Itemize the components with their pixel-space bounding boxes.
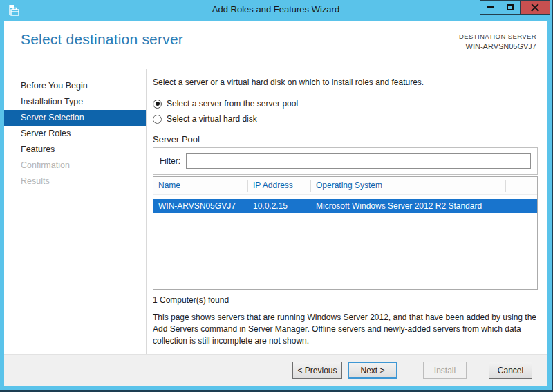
wizard-header: Select destination server DESTINATION SE…: [4, 21, 547, 69]
page-title: Select destination server: [21, 31, 183, 48]
description-text: This page shows servers that are running…: [153, 312, 538, 346]
server-pool-title: Server Pool: [153, 134, 538, 144]
ip-address-cell: 10.0.2.15: [248, 201, 311, 211]
wizard-client-area: Select destination server DESTINATION SE…: [4, 21, 547, 386]
sidebar-item-installation-type[interactable]: Installation Type: [4, 94, 146, 110]
column-header-name[interactable]: Name: [153, 180, 248, 192]
minimize-icon: [487, 6, 494, 8]
maximize-button[interactable]: [500, 0, 521, 15]
intro-text: Select a server or a virtual hard disk o…: [153, 77, 538, 87]
window-title: Add Roles and Features Wizard: [0, 4, 552, 15]
radio-selected-icon: [153, 100, 162, 109]
sidebar-item-confirmation: Confirmation: [4, 158, 146, 174]
sidebar-item-before-you-begin[interactable]: Before You Begin: [4, 78, 146, 94]
table-body: WIN-ARVSN05GVJ7 10.0.2.15 Microsoft Wind…: [153, 195, 537, 289]
column-header-ip-address[interactable]: IP Address: [248, 180, 311, 192]
filter-box: Filter:: [153, 147, 538, 175]
wizard-steps-sidebar: Before You Begin Installation Type Serve…: [4, 69, 147, 354]
previous-button[interactable]: < Previous: [292, 362, 342, 379]
wizard-footer: < Previous Next > Install Cancel: [4, 354, 547, 386]
radio-select-server-pool[interactable]: Select a server from the server pool: [153, 99, 538, 109]
sidebar-item-features[interactable]: Features: [4, 142, 146, 158]
operating-system-cell: Microsoft Windows Server 2012 R2 Standar…: [311, 201, 506, 211]
radio-label: Select a virtual hard disk: [167, 114, 257, 124]
computer-count-text: 1 Computer(s) found: [153, 295, 538, 305]
cancel-button[interactable]: Cancel: [489, 362, 532, 379]
column-header-operating-system[interactable]: Operating System: [311, 180, 506, 192]
wizard-window: Add Roles and Features Wizard Select des…: [0, 0, 553, 392]
destination-server-label: DESTINATION SERVER: [459, 32, 536, 40]
close-icon: [531, 3, 539, 12]
table-header-row: Name IP Address Operating System: [153, 177, 537, 195]
maximize-icon: [507, 4, 514, 10]
radio-unselected-icon: [153, 115, 162, 124]
column-header-spacer: [506, 180, 537, 192]
minimize-button[interactable]: [480, 0, 500, 15]
wizard-content: Before You Begin Installation Type Serve…: [4, 69, 547, 354]
server-pool-table: Name IP Address Operating System WIN-ARV…: [153, 176, 538, 290]
table-row-server[interactable]: WIN-ARVSN05GVJ7 10.0.2.15 Microsoft Wind…: [153, 199, 537, 213]
server-selection-pane: Select a server or a virtual hard disk o…: [147, 69, 547, 354]
sidebar-item-server-roles[interactable]: Server Roles: [4, 126, 146, 142]
filter-input[interactable]: [186, 153, 531, 169]
caption-buttons: [480, 0, 550, 15]
close-button[interactable]: [520, 0, 550, 15]
next-button[interactable]: Next >: [348, 362, 397, 379]
destination-server-block: DESTINATION SERVER WIN-ARVSN05GVJ7: [459, 32, 536, 50]
sidebar-item-results: Results: [4, 174, 146, 189]
install-button: Install: [423, 362, 467, 379]
radio-select-virtual-hard-disk[interactable]: Select a virtual hard disk: [153, 114, 538, 124]
filter-label: Filter:: [160, 156, 180, 166]
sidebar-item-server-selection[interactable]: Server Selection: [4, 110, 146, 126]
destination-server-name: WIN-ARVSN05GVJ7: [459, 42, 536, 50]
server-name-cell: WIN-ARVSN05GVJ7: [153, 201, 248, 211]
title-bar: Add Roles and Features Wizard: [0, 0, 552, 21]
radio-label: Select a server from the server pool: [167, 99, 298, 109]
